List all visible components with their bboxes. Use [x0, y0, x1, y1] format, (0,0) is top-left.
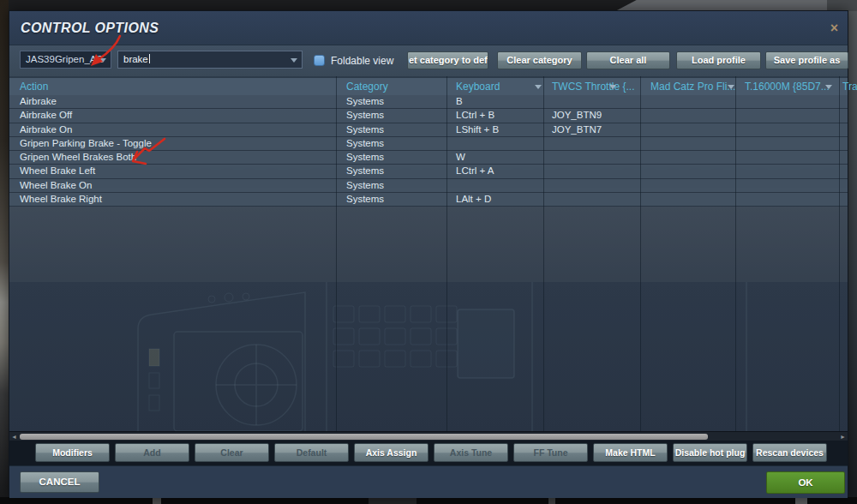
column-header-twcs-throttle[interactable]: TWCS Throttle {...	[552, 78, 634, 95]
cell-action[interactable]: Wheel Brake On	[20, 179, 92, 192]
cell-keyboard[interactable]: LCtrl + A	[456, 165, 494, 177]
clear-all-button[interactable]: Clear all	[586, 51, 670, 69]
cell-category[interactable]: Systems	[346, 95, 384, 108]
search-input[interactable]: brake	[117, 51, 303, 69]
footer-button-modifiers[interactable]: Modifiers	[35, 443, 110, 462]
column-header-t16000m[interactable]: T.16000M {85D7...	[745, 78, 830, 95]
cell-action[interactable]: Wheel Brake Right	[20, 193, 102, 206]
footer-button-axis-tune: Axis Tune	[434, 443, 508, 462]
footer-button-add: Add	[115, 443, 189, 462]
horizontal-scrollbar[interactable]: ◄ ►	[9, 431, 848, 441]
column-header-trackir[interactable]: Tra	[842, 78, 857, 95]
cell-action[interactable]: Airbrake Off	[20, 109, 72, 122]
cell-category[interactable]: Systems	[346, 123, 384, 136]
table-row[interactable]: Airbrake Off Systems LCtrl + B JOY_BTN9	[9, 109, 848, 123]
dialog-title: CONTROL OPTIONS	[21, 11, 159, 45]
ok-button[interactable]: OK	[766, 471, 845, 494]
reset-category-button[interactable]: et category to defa	[407, 51, 488, 69]
chevron-down-icon[interactable]	[728, 85, 734, 89]
table-row[interactable]: Wheel Brake Left Systems LCtrl + A	[9, 165, 848, 178]
footer-button-default: Default	[274, 443, 349, 462]
aircraft-select-value: JAS39Gripen_AG	[26, 54, 104, 64]
chevron-down-icon[interactable]	[99, 58, 106, 63]
footer-button-strip: ModifiersAddClearDefaultAxis AssignAxis …	[9, 441, 848, 465]
footer-button-clear: Clear	[195, 443, 269, 462]
control-options-dialog: CONTROL OPTIONS × JAS39Gripen_AG brake F…	[9, 10, 848, 497]
cell-keyboard[interactable]: LShift + B	[456, 123, 499, 136]
table-header-row: Action Category Keyboard TWCS Throttle {…	[9, 76, 848, 95]
dialog-titlebar: CONTROL OPTIONS ×	[9, 11, 848, 45]
aircraft-select[interactable]: JAS39Gripen_AG	[20, 51, 111, 69]
chevron-down-icon[interactable]	[825, 85, 832, 89]
background-detail	[548, 498, 555, 504]
cell-category[interactable]: Systems	[346, 151, 384, 164]
table-row[interactable]: Wheel Brake On Systems	[9, 179, 848, 193]
cell-twcs-throttle[interactable]: JOY_BTN7	[552, 123, 602, 136]
background-cockpit-bottom	[0, 497, 857, 504]
dialog-bottom-bar: CANCEL OK	[9, 465, 848, 498]
table-row[interactable]: Airbrake On Systems LShift + B JOY_BTN7	[9, 123, 848, 137]
footer-button-ff-tune: FF Tune	[513, 443, 588, 462]
foldable-view-checkbox[interactable]	[314, 55, 325, 66]
scroll-right-icon[interactable]: ►	[840, 433, 846, 441]
clear-category-button[interactable]: Clear category	[497, 51, 582, 69]
cell-action[interactable]: Airbrake On	[20, 123, 72, 136]
cell-action[interactable]: Gripen Parking Brake - Toggle	[20, 137, 152, 150]
cancel-button[interactable]: CANCEL	[20, 471, 99, 493]
column-header-action[interactable]: Action	[20, 78, 48, 95]
table-row[interactable]: Gripen Parking Brake - Toggle Systems	[9, 137, 848, 151]
background-detail	[153, 498, 161, 504]
cell-category[interactable]: Systems	[346, 193, 384, 206]
background-detail	[795, 498, 807, 504]
column-divider	[735, 76, 736, 431]
cell-action[interactable]: Wheel Brake Left	[20, 165, 95, 177]
table-row[interactable]: Wheel Brake Right Systems LAlt + D	[9, 193, 848, 207]
footer-button-axis-assign[interactable]: Axis Assign	[354, 443, 428, 462]
cell-keyboard[interactable]: B	[456, 95, 463, 108]
table-body: Airbrake Systems B Airbrake Off Systems …	[9, 95, 848, 431]
footer-button-disable-hot-plug[interactable]: Disable hot plug	[673, 443, 747, 462]
cell-category[interactable]: Systems	[346, 165, 384, 177]
footer-button-rescan-devices[interactable]: Rescan devices	[752, 443, 827, 462]
dialog-toolbar: JAS39Gripen_AG brake Foldable view et ca…	[9, 45, 848, 76]
chevron-down-icon[interactable]	[535, 85, 542, 89]
cell-keyboard[interactable]: W	[456, 151, 465, 164]
cell-keyboard[interactable]: LCtrl + B	[456, 109, 494, 122]
cell-twcs-throttle[interactable]: JOY_BTN9	[552, 109, 602, 122]
background-detail	[369, 498, 417, 504]
background-runway-left	[0, 0, 9, 504]
column-header-category[interactable]: Category	[346, 78, 388, 95]
save-profile-as-button[interactable]: Save profile as	[765, 51, 848, 69]
foldable-view-label: Foldable view	[331, 45, 393, 76]
table-row[interactable]: Airbrake Systems B	[9, 95, 848, 109]
scroll-left-icon[interactable]: ◄	[11, 433, 17, 441]
cell-category[interactable]: Systems	[346, 109, 384, 122]
cell-category[interactable]: Systems	[346, 179, 384, 192]
cell-action[interactable]: Airbrake	[20, 95, 57, 108]
column-divider	[336, 76, 337, 431]
chevron-down-icon[interactable]	[291, 58, 297, 63]
search-input-value: brake	[123, 54, 148, 64]
footer-button-make-html[interactable]: Make HTML	[593, 443, 668, 462]
column-divider	[446, 76, 447, 431]
scrollbar-thumb[interactable]	[20, 434, 708, 440]
close-icon[interactable]: ×	[830, 11, 838, 45]
bindings-table: Action Category Keyboard TWCS Throttle {…	[9, 76, 848, 431]
text-cursor	[149, 54, 150, 63]
column-header-keyboard[interactable]: Keyboard	[456, 78, 500, 95]
cell-action[interactable]: Gripen Wheel Brakes Both	[20, 151, 136, 164]
cell-category[interactable]: Systems	[346, 137, 384, 150]
table-row[interactable]: Gripen Wheel Brakes Both Systems W	[9, 151, 848, 165]
column-header-mad-catz[interactable]: Mad Catz Pro Fli...	[650, 78, 735, 95]
column-divider	[543, 76, 544, 431]
column-divider	[640, 76, 641, 431]
chevron-down-icon[interactable]	[609, 85, 616, 89]
column-divider	[839, 76, 840, 431]
load-profile-button[interactable]: Load profile	[676, 51, 761, 69]
cell-keyboard[interactable]: LAlt + D	[456, 193, 491, 206]
